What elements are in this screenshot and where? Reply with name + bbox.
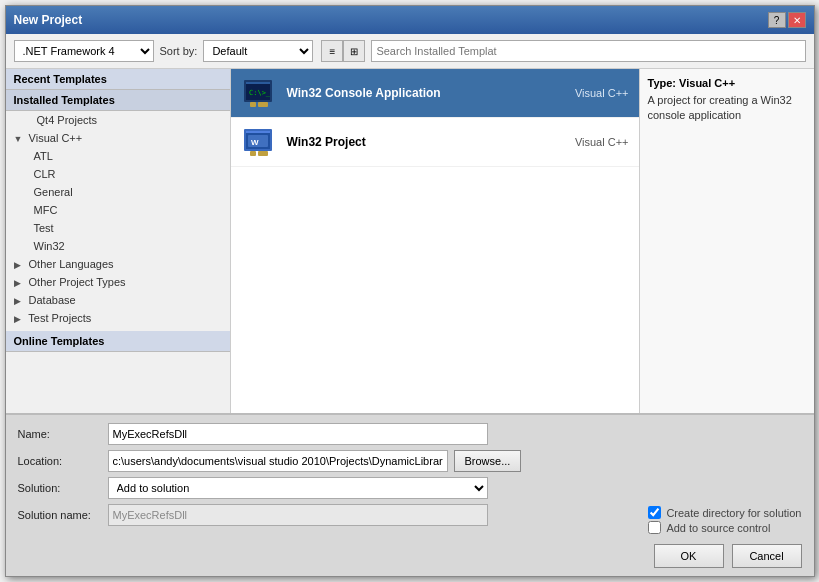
svg-rect-2: [246, 82, 270, 84]
svg-text:C:\>_: C:\>_: [249, 89, 271, 97]
main-area: Recent Templates Installed Templates Qt4…: [6, 69, 814, 413]
close-button[interactable]: ✕: [788, 12, 806, 28]
svg-text:W: W: [251, 138, 259, 147]
title-bar: New Project ? ✕: [6, 6, 814, 34]
sort-select[interactable]: Default: [203, 40, 313, 62]
title-bar-controls: ? ✕: [768, 12, 806, 28]
other-lang-arrow: [14, 260, 24, 270]
bottom-panel: Name: Location: Browse... Solution: Add …: [6, 413, 814, 576]
sidebar-item-clr[interactable]: CLR: [6, 165, 230, 183]
solution-name-and-options: Solution name: Create directory for solu…: [18, 504, 802, 536]
sidebar-item-other-lang[interactable]: Other Languages: [6, 255, 230, 273]
solution-label: Solution:: [18, 482, 108, 494]
location-label: Location:: [18, 455, 108, 467]
solution-select[interactable]: Add to solution: [108, 477, 488, 499]
sidebar-item-atl[interactable]: ATL: [6, 147, 230, 165]
location-row: Location: Browse...: [18, 450, 802, 472]
dialog-content: .NET Framework 4 Sort by: Default ≡ ⊞ Re…: [6, 34, 814, 576]
svg-rect-5: [258, 102, 268, 107]
name-input[interactable]: [108, 423, 488, 445]
info-description: A project for creating a Win32 console a…: [648, 93, 806, 124]
template-win32-project[interactable]: W Win32 Project Visual C++: [231, 118, 639, 167]
online-templates-header: Online Templates: [6, 331, 230, 352]
sort-label: Sort by:: [160, 45, 198, 57]
solution-name-row: Solution name:: [18, 504, 637, 526]
sidebar-item-mfc[interactable]: MFC: [6, 201, 230, 219]
win32-console-lang: Visual C++: [575, 87, 629, 99]
test-proj-arrow: [14, 314, 24, 324]
add-source-label: Add to source control: [666, 522, 770, 534]
sidebar-item-general[interactable]: General: [6, 183, 230, 201]
vcpp-arrow: [14, 134, 24, 144]
solution-name-input[interactable]: [108, 504, 488, 526]
installed-templates-header: Installed Templates: [6, 90, 230, 111]
create-dir-row: Create directory for solution: [648, 506, 801, 519]
recent-templates-header: Recent Templates: [6, 69, 230, 90]
sidebar-item-win32[interactable]: Win32: [6, 237, 230, 255]
win32-project-name: Win32 Project: [287, 135, 366, 149]
create-dir-label: Create directory for solution: [666, 507, 801, 519]
win32-project-icon: W: [241, 124, 277, 160]
dialog-title: New Project: [14, 13, 83, 27]
name-label: Name:: [18, 428, 108, 440]
svg-rect-8: [246, 131, 270, 133]
create-dir-checkbox[interactable]: [648, 506, 661, 519]
solution-row: Solution: Add to solution: [18, 477, 802, 499]
cancel-button[interactable]: Cancel: [732, 544, 802, 568]
sidebar-item-vcpp[interactable]: Visual C++: [6, 129, 230, 147]
new-project-dialog: New Project ? ✕ .NET Framework 4 Sort by…: [5, 5, 815, 577]
location-input[interactable]: [108, 450, 448, 472]
sidebar-item-qt4[interactable]: Qt4 Projects: [6, 111, 230, 129]
other-proj-arrow: [14, 278, 24, 288]
sidebar-item-test[interactable]: Test: [6, 219, 230, 237]
svg-rect-11: [250, 151, 256, 156]
database-arrow: [14, 296, 24, 306]
templates-area: C:\>_ Win32 Console Application Visual C…: [231, 69, 639, 413]
button-row: OK Cancel: [18, 544, 802, 568]
solution-name-label: Solution name:: [18, 509, 108, 521]
name-row: Name:: [18, 423, 802, 445]
grid-view-button[interactable]: ⊞: [343, 40, 365, 62]
top-toolbar: .NET Framework 4 Sort by: Default ≡ ⊞: [6, 34, 814, 69]
svg-rect-12: [258, 151, 268, 156]
list-view-button[interactable]: ≡: [321, 40, 343, 62]
ok-button[interactable]: OK: [654, 544, 724, 568]
sidebar-item-database[interactable]: Database: [6, 291, 230, 309]
info-type: Type: Visual C++: [648, 77, 806, 89]
view-buttons: ≡ ⊞: [321, 40, 365, 62]
browse-button[interactable]: Browse...: [454, 450, 522, 472]
location-field-group: Browse...: [108, 450, 802, 472]
svg-rect-4: [250, 102, 256, 107]
win32-console-icon: C:\>_: [241, 75, 277, 111]
sidebar-item-other-proj[interactable]: Other Project Types: [6, 273, 230, 291]
help-button[interactable]: ?: [768, 12, 786, 28]
checkboxes-group: Create directory for solution Add to sou…: [648, 506, 801, 536]
solution-name-group: Solution name:: [18, 504, 637, 531]
info-panel: Type: Visual C++ A project for creating …: [639, 69, 814, 413]
sidebar: Recent Templates Installed Templates Qt4…: [6, 69, 231, 413]
win32-console-name: Win32 Console Application: [287, 86, 441, 100]
framework-select[interactable]: .NET Framework 4: [14, 40, 154, 62]
add-source-row: Add to source control: [648, 521, 801, 534]
template-win32-console[interactable]: C:\>_ Win32 Console Application Visual C…: [231, 69, 639, 118]
sidebar-item-test-proj[interactable]: Test Projects: [6, 309, 230, 327]
search-input[interactable]: [371, 40, 805, 62]
add-source-checkbox[interactable]: [648, 521, 661, 534]
win32-project-lang: Visual C++: [575, 136, 629, 148]
